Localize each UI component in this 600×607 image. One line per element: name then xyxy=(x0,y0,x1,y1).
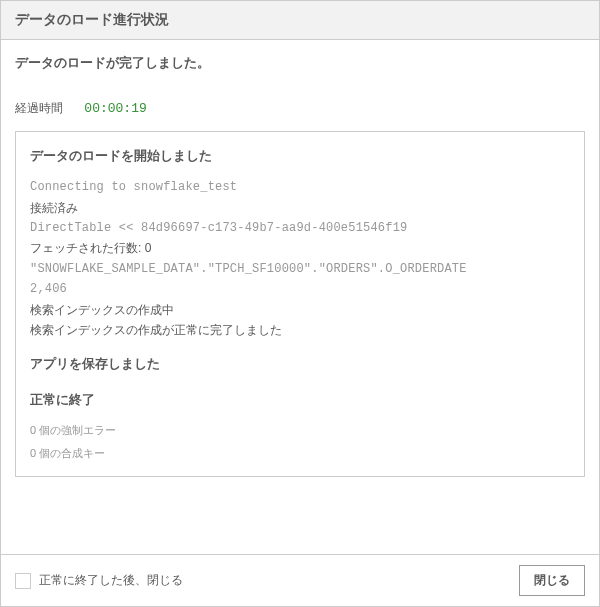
log-line: 接続済み xyxy=(30,198,570,218)
log-line: 検索インデックスの作成中 xyxy=(30,300,570,320)
dialog-header: データのロード進行状況 xyxy=(1,1,599,40)
dialog-footer: 正常に終了した後、閉じる 閉じる xyxy=(1,554,599,606)
close-after-done-label: 正常に終了した後、閉じる xyxy=(39,572,183,589)
dialog-title: データのロード進行状況 xyxy=(15,11,585,29)
close-after-done-checkbox[interactable] xyxy=(15,573,31,589)
log-lines: Connecting to snowflake_test接続済みDirectTa… xyxy=(30,177,570,340)
close-button[interactable]: 閉じる xyxy=(519,565,585,596)
dialog-body: データのロードが完了しました。 経過時間 00:00:19 データのロードを開始… xyxy=(1,40,599,554)
summary-forced-errors: 0 個の強制エラー xyxy=(30,421,570,440)
log-line: 2,406 xyxy=(30,279,570,299)
log-line: "SNOWFLAKE_SAMPLE_DATA"."TPCH_SF10000"."… xyxy=(30,259,570,279)
status-message: データのロードが完了しました。 xyxy=(15,54,585,72)
close-after-done-option[interactable]: 正常に終了した後、閉じる xyxy=(15,572,183,589)
log-line: DirectTable << 84d96697-c173-49b7-aa9d-4… xyxy=(30,218,570,238)
data-load-progress-dialog: データのロード進行状況 データのロードが完了しました。 経過時間 00:00:1… xyxy=(0,0,600,607)
elapsed-time-value: 00:00:19 xyxy=(84,101,146,116)
log-line: Connecting to snowflake_test xyxy=(30,177,570,197)
log-panel: データのロードを開始しました Connecting to snowflake_t… xyxy=(15,131,585,477)
log-line: 検索インデックスの作成が正常に完了しました xyxy=(30,320,570,340)
log-heading-done: 正常に終了 xyxy=(30,390,570,411)
log-line: フェッチされた行数: 0 xyxy=(30,238,570,258)
summary-synth-keys: 0 個の合成キー xyxy=(30,444,570,463)
elapsed-time-label: 経過時間 xyxy=(15,101,63,115)
log-heading-start: データのロードを開始しました xyxy=(30,146,570,167)
log-heading-saved: アプリを保存しました xyxy=(30,354,570,375)
elapsed-time-row: 経過時間 00:00:19 xyxy=(15,100,585,117)
